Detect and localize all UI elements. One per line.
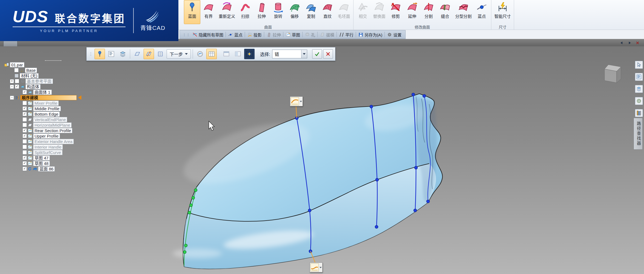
quickbar-button[interactable]: 投影 bbox=[246, 32, 263, 38]
forward-arrow-icon[interactable] bbox=[627, 40, 632, 45]
select-tool-icon[interactable] bbox=[635, 61, 643, 69]
pathfinder-row[interactable]: ✓Upper Profile bbox=[4, 133, 81, 139]
document-tab[interactable] bbox=[3, 40, 18, 46]
pathfinder-item-label[interactable]: 基本参考平面 bbox=[25, 79, 53, 84]
collapse-icon[interactable]: − bbox=[10, 96, 14, 100]
visibility-checkbox[interactable]: ✓ bbox=[22, 112, 27, 116]
visibility-checkbox[interactable]: ✓ bbox=[22, 161, 27, 165]
ribbon-button[interactable]: 蓝点 bbox=[474, 0, 490, 24]
pathfinder-item-label[interactable]: 草图 47 bbox=[33, 155, 50, 161]
layers-toggle-button[interactable] bbox=[118, 49, 128, 59]
handle-dropdown-icon[interactable] bbox=[299, 101, 303, 102]
ribbon-button[interactable]: 分型分割 bbox=[453, 0, 474, 24]
pathfinder-item-label[interactable]: Upper Profile bbox=[33, 133, 60, 139]
back-arrow-icon[interactable] bbox=[619, 40, 624, 45]
pathfinder-row[interactable]: ✓Bottom Edge bbox=[4, 111, 81, 117]
pathfinder-item-label[interactable]: 材料 (无) bbox=[20, 73, 39, 78]
display-options-button[interactable] bbox=[244, 49, 255, 59]
pathfinder-side-tab[interactable]: 路径查找器 bbox=[634, 118, 643, 150]
pathfinder-item-label[interactable]: 草图 48 bbox=[33, 161, 50, 166]
pathfinder-item-label[interactable]: HorizontalMidPlane bbox=[33, 122, 72, 128]
ribbon-button[interactable]: 有界 bbox=[200, 0, 217, 24]
ribbon-button[interactable]: 修剪 bbox=[387, 0, 404, 24]
ribbon-button[interactable]: 延伸 bbox=[404, 0, 420, 24]
visibility-checkbox[interactable] bbox=[22, 150, 27, 155]
library-panel-icon[interactable] bbox=[635, 109, 643, 117]
cancel-button[interactable] bbox=[323, 49, 333, 59]
pathfinder-item-label[interactable]: VerticalEndPlane bbox=[33, 117, 67, 122]
ribbon-button[interactable]: 直纹 bbox=[319, 0, 336, 24]
pathfinder-row[interactable]: −✓构造体 bbox=[4, 84, 81, 89]
pathfinder-row[interactable]: ✓Middle Profile bbox=[4, 106, 81, 111]
handle-dropdown-icon[interactable] bbox=[319, 267, 322, 268]
visibility-checkbox[interactable]: ✓ bbox=[22, 167, 27, 171]
pathfinder-row[interactable]: +基本参考平面 bbox=[4, 78, 81, 84]
pathfinder-item-label[interactable]: Bottom Edge bbox=[33, 112, 60, 117]
quickbar-button[interactable]: 另存为(A) bbox=[357, 32, 383, 38]
pathfinder-row[interactable]: 01.par bbox=[4, 62, 81, 67]
pathfinder-item-label[interactable]: Rear Section Profile bbox=[33, 128, 72, 133]
visibility-checkbox[interactable] bbox=[22, 117, 27, 122]
pathfinder-item-label[interactable]: Middle Profile bbox=[33, 106, 61, 111]
pathfinder-row[interactable]: ✓蓝面 86 bbox=[4, 166, 81, 172]
next-step-button[interactable]: 下一步 bbox=[167, 49, 191, 59]
pathfinder-row[interactable]: ✓曲面体 1 bbox=[4, 89, 81, 95]
window-view-button-2[interactable] bbox=[233, 49, 243, 59]
ribbon-button[interactable]: 分割 bbox=[420, 0, 437, 24]
ribbon-button[interactable]: 旋转 bbox=[270, 0, 286, 24]
pathfinder-row[interactable]: HorizontalMidPlane bbox=[4, 122, 81, 128]
ribbon-button[interactable]: 扫掠 bbox=[237, 0, 253, 24]
pathfinder-row[interactable]: −顺序建模 bbox=[4, 95, 81, 100]
pathfinder-row[interactable]: Exterior Handle Area bbox=[4, 139, 81, 144]
bluesurf-edit-handle-top[interactable] bbox=[290, 96, 303, 106]
pathfinder-row[interactable]: VerticalEndPlane bbox=[4, 117, 81, 122]
pathfinder-row[interactable]: ✓草图 47 bbox=[4, 155, 81, 161]
sensors-panel-icon[interactable] bbox=[635, 97, 643, 105]
quickbar-button[interactable]: 蓝点 bbox=[227, 32, 244, 38]
visibility-checkbox[interactable]: ✓ bbox=[22, 128, 27, 133]
visibility-checkbox[interactable] bbox=[22, 139, 27, 144]
ribbon-button[interactable]: 偏移 bbox=[286, 0, 303, 24]
collapse-icon[interactable]: − bbox=[10, 85, 14, 89]
profile-plane-button-3[interactable] bbox=[155, 49, 166, 59]
visibility-checkbox[interactable] bbox=[15, 79, 19, 83]
pathfinder-item-label[interactable]: SplitSurfCurve bbox=[33, 150, 62, 155]
toolbar-grip-icon[interactable]: ⋮⋮ bbox=[183, 33, 190, 37]
combobox-arrow-icon[interactable] bbox=[301, 50, 307, 58]
sketch-view-button[interactable] bbox=[195, 49, 205, 59]
pathfinder-item-label[interactable]: Mixer Profile bbox=[33, 101, 59, 106]
pathfinder-toggle-button[interactable] bbox=[106, 49, 116, 59]
profile-plane-button-1[interactable] bbox=[132, 49, 143, 59]
layers-panel-icon[interactable] bbox=[635, 85, 643, 93]
expand-icon[interactable]: + bbox=[10, 79, 14, 83]
bluesurf-edit-handle-bottom[interactable] bbox=[310, 262, 323, 272]
pathfinder-row[interactable]: ✓草图 48 bbox=[4, 161, 81, 166]
pathfinder-row[interactable]: Interior Handle bbox=[4, 144, 81, 150]
pathfinder-row[interactable]: ✓Rear Section Profile bbox=[4, 128, 81, 133]
range-table-button[interactable] bbox=[206, 49, 217, 59]
ribbon-button[interactable]: 智能尺寸 bbox=[492, 0, 513, 24]
window-view-button-1[interactable] bbox=[221, 49, 232, 59]
pathfinder-row[interactable]: Base bbox=[4, 67, 81, 73]
pathfinder-row[interactable]: SplitSurfCurve bbox=[4, 150, 81, 155]
visibility-checkbox[interactable]: ✓ bbox=[22, 134, 27, 138]
close-icon[interactable] bbox=[635, 40, 640, 45]
visibility-checkbox[interactable]: ✓ bbox=[22, 106, 27, 111]
pathfinder-item-label[interactable]: Base bbox=[25, 68, 37, 73]
pathfinder-item-label[interactable]: 构造体 bbox=[25, 84, 41, 89]
selection-type-combobox[interactable]: 链 bbox=[272, 50, 307, 58]
pathfinder-drag-handle[interactable] bbox=[45, 60, 61, 61]
ribbon-button[interactable]: 拉伸 bbox=[253, 0, 270, 24]
pathfinder-item-label[interactable]: Exterior Handle Area bbox=[33, 139, 74, 144]
visibility-checkbox[interactable]: ✓ bbox=[22, 156, 27, 160]
ribbon-button[interactable]: 复制 bbox=[303, 0, 319, 24]
pathfinder-item-label[interactable]: 曲面体 1 bbox=[33, 90, 52, 95]
accept-button[interactable] bbox=[312, 49, 322, 59]
pathfinder-row[interactable]: 材料 (无) bbox=[4, 73, 81, 78]
pathfinder-item-label[interactable]: Interior Handle bbox=[33, 144, 63, 150]
pathfinder-panel-icon[interactable] bbox=[635, 73, 643, 81]
pathfinder-row[interactable]: Mixer Profile bbox=[4, 100, 81, 106]
visibility-checkbox[interactable] bbox=[22, 145, 27, 149]
pathfinder-item-label[interactable]: 顺序建模 bbox=[20, 95, 77, 100]
pin-command-button[interactable] bbox=[95, 49, 105, 59]
